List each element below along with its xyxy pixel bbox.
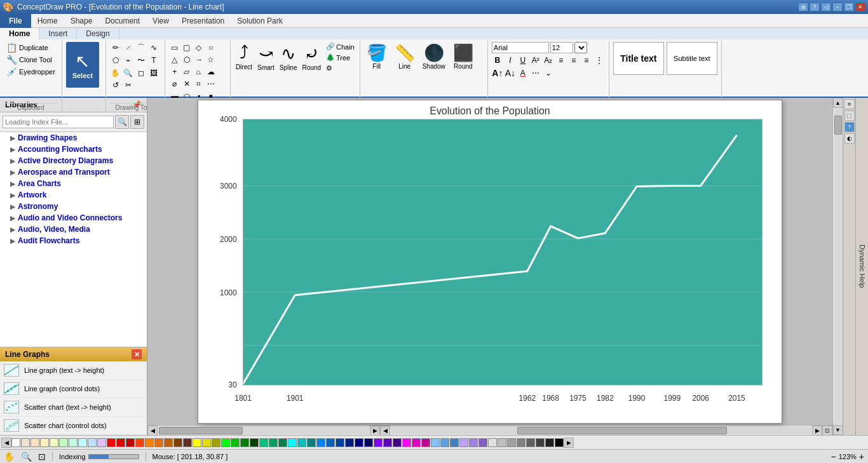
color-lightblue1[interactable] <box>431 438 440 447</box>
color-purple3[interactable] <box>393 438 402 447</box>
scroll-down-button[interactable]: ▼ <box>833 425 843 435</box>
underline-button[interactable]: U <box>517 55 529 66</box>
graph-item-3[interactable]: Scatter chart (control dots) <box>0 417 147 435</box>
v-scroll-track[interactable] <box>834 109 842 424</box>
tree-connector[interactable]: 🌲 Tree <box>325 53 356 62</box>
color-pink1[interactable] <box>402 438 411 447</box>
astronomy-item[interactable]: ▶ Astronomy <box>0 201 147 212</box>
rounded-rect-shape[interactable]: ▢ <box>181 42 193 53</box>
color-lavender2[interactable] <box>469 438 478 447</box>
text-size-down[interactable]: A↓ <box>505 67 516 79</box>
justify-button[interactable]: ⋮ <box>593 55 605 66</box>
more-text-options[interactable]: ⋯ <box>530 67 541 79</box>
rotate-tool[interactable]: ↺ <box>110 79 121 91</box>
font-size-select[interactable] <box>574 42 587 53</box>
clone-tool-button[interactable]: 🔧 Clone Tool <box>4 54 55 65</box>
color-red1[interactable] <box>107 438 116 447</box>
italic-button[interactable]: I <box>505 55 516 66</box>
color-teal3[interactable] <box>278 438 287 447</box>
magnify-tool-status[interactable]: 🔍 <box>21 452 32 462</box>
color-green3[interactable] <box>240 438 249 447</box>
color-yellow3[interactable] <box>212 438 220 447</box>
scroll-right2-button[interactable]: ▶ <box>812 426 822 436</box>
hand-tool-status[interactable]: ✋ <box>4 452 15 462</box>
color-cyan3[interactable] <box>307 438 316 447</box>
search-button[interactable]: 🔍 <box>115 115 129 129</box>
audio-video-media-item[interactable]: ▶ Audio, Video, Media <box>0 224 147 235</box>
rect-shape[interactable]: ▭ <box>169 42 180 53</box>
fit-tool-status[interactable]: ⊡ <box>38 452 46 462</box>
color-light1[interactable] <box>21 438 30 447</box>
graph-item-1[interactable]: Line graph (control dots) <box>0 380 147 398</box>
text-tool[interactable]: T <box>148 55 159 66</box>
color-orange1[interactable] <box>145 438 154 447</box>
home-menu[interactable]: Home <box>31 14 64 28</box>
drum-shape[interactable]: ⌀ <box>169 78 180 90</box>
eyedropper-button[interactable]: 💉 Eyedropper <box>4 66 58 77</box>
drawing-shapes-item[interactable]: ▶ Drawing Shapes <box>0 132 147 144</box>
color-gray5[interactable] <box>526 438 535 447</box>
library-search-input[interactable] <box>3 116 114 128</box>
diamond-shape[interactable]: ◇ <box>193 42 205 53</box>
align-left-button[interactable]: ≡ <box>555 55 567 66</box>
graph-item-0[interactable]: Line graph (text -> height) <box>0 361 147 380</box>
scroll-left2-button[interactable]: ◀ <box>380 426 390 436</box>
right-tab-4[interactable]: ◐ <box>844 133 855 144</box>
artwork-item[interactable]: ▶ Artwork <box>0 189 147 201</box>
right-tab-1[interactable]: ≡ <box>844 99 855 109</box>
close-panel-button[interactable]: ✕ <box>132 349 142 359</box>
triangle-shape[interactable]: △ <box>169 54 180 65</box>
palette-scroll-left[interactable]: ◀ <box>1 438 11 448</box>
trap-shape[interactable]: ⏢ <box>193 66 205 77</box>
window-controls[interactable]: ⊞ ? ◁ − ❐ ✕ <box>798 3 865 11</box>
horizontal-scrollbar[interactable]: ◀ ▶ ◀ ▶ ⊡ <box>147 425 832 435</box>
h-scroll-thumb[interactable] <box>159 427 243 434</box>
subtitle-text-button[interactable]: Subtitle text <box>667 42 717 75</box>
color-gray4[interactable] <box>517 438 526 447</box>
color-light5[interactable] <box>59 438 68 447</box>
presentation-menu[interactable]: Presentation <box>175 14 231 28</box>
font-family-input[interactable] <box>492 42 549 53</box>
more-shapes[interactable]: ⋯ <box>205 78 217 90</box>
color-orange4[interactable] <box>173 438 182 447</box>
text-size-up[interactable]: A↑ <box>492 67 503 79</box>
color-red2[interactable] <box>116 438 125 447</box>
color-yellow2[interactable] <box>202 438 211 447</box>
color-light2[interactable] <box>31 438 39 447</box>
fit-button[interactable]: ⊡ <box>822 426 832 436</box>
color-gray6[interactable] <box>536 438 545 447</box>
hexagon-shape[interactable]: ⬡ <box>181 54 193 65</box>
color-teal2[interactable] <box>269 438 278 447</box>
subscript-button[interactable]: A₂ <box>543 55 554 66</box>
extra-icons[interactable]: ⊞ <box>798 3 808 11</box>
color-light7[interactable] <box>78 438 87 447</box>
dynamic-help-panel[interactable]: Dynamic Help <box>855 98 868 435</box>
restore-button[interactable]: ❐ <box>844 3 854 11</box>
color-lavender3[interactable] <box>478 438 487 447</box>
bezier-tool[interactable]: ⌁ <box>123 55 134 66</box>
active-directory-item[interactable]: ▶ Active Directory Diagrams <box>0 155 147 166</box>
scroll-right-button[interactable]: ▶ <box>370 426 380 436</box>
graph-item-2[interactable]: Scatter chart (text -> height) <box>0 398 147 417</box>
para-shape[interactable]: ▱ <box>181 66 193 77</box>
align-center-button[interactable]: ≡ <box>568 55 580 66</box>
img-tool[interactable]: 🖼 <box>148 67 159 79</box>
minimize-button[interactable]: − <box>832 3 843 11</box>
font-color-button[interactable]: A <box>517 67 529 79</box>
vertical-scrollbar[interactable]: ▲ ▼ <box>832 98 843 435</box>
crop-tool[interactable]: ✂ <box>123 79 134 91</box>
cross-shape[interactable]: ✕ <box>181 78 193 90</box>
zoom-out-button[interactable]: − <box>831 452 836 462</box>
superscript-button[interactable]: A² <box>530 55 541 66</box>
chain-connector[interactable]: 🔗 Chain <box>325 42 356 51</box>
bold-button[interactable]: B <box>492 55 503 66</box>
shape-menu[interactable]: Shape <box>64 14 99 28</box>
document-menu[interactable]: Document <box>98 14 146 28</box>
h-scroll-thumb2[interactable] <box>517 427 727 434</box>
color-orange2[interactable] <box>154 438 163 447</box>
color-purple2[interactable] <box>383 438 392 447</box>
color-white[interactable] <box>11 438 20 447</box>
area-charts-item[interactable]: ▶ Area Charts <box>0 178 147 189</box>
color-red4[interactable] <box>135 438 144 447</box>
poly-tool[interactable]: ⬠ <box>110 55 121 66</box>
